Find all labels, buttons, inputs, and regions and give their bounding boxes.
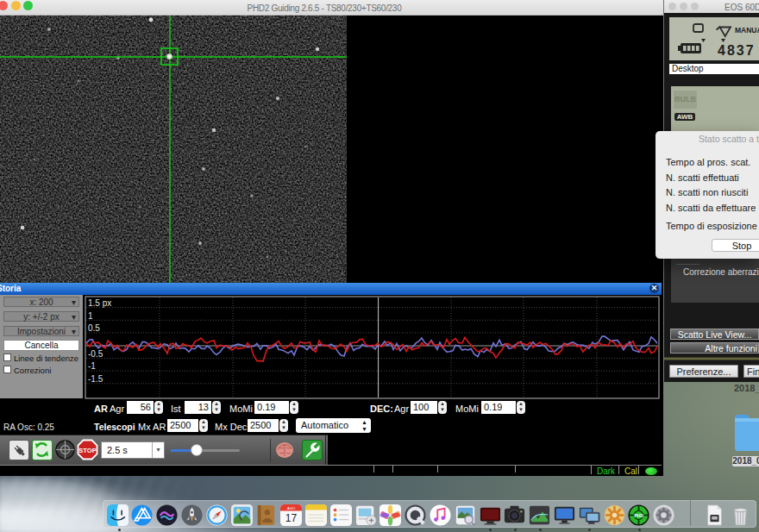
- svg-text:-0.5: -0.5: [88, 349, 104, 359]
- svg-text:0.5: 0.5: [88, 323, 100, 333]
- svg-text:PHD: PHD: [634, 513, 643, 518]
- svg-text:-1.5: -1.5: [88, 374, 104, 384]
- svg-text:4837: 4837: [718, 43, 756, 58]
- svg-text:STOP: STOP: [78, 447, 96, 454]
- svg-text:MANUA: MANUA: [735, 26, 759, 34]
- svg-text:-1: -1: [88, 361, 96, 371]
- svg-text:17: 17: [285, 512, 298, 524]
- svg-text:1: 1: [88, 311, 93, 321]
- svg-text:AGO: AGO: [287, 506, 296, 510]
- svg-text:1.5 px: 1.5 px: [88, 298, 111, 308]
